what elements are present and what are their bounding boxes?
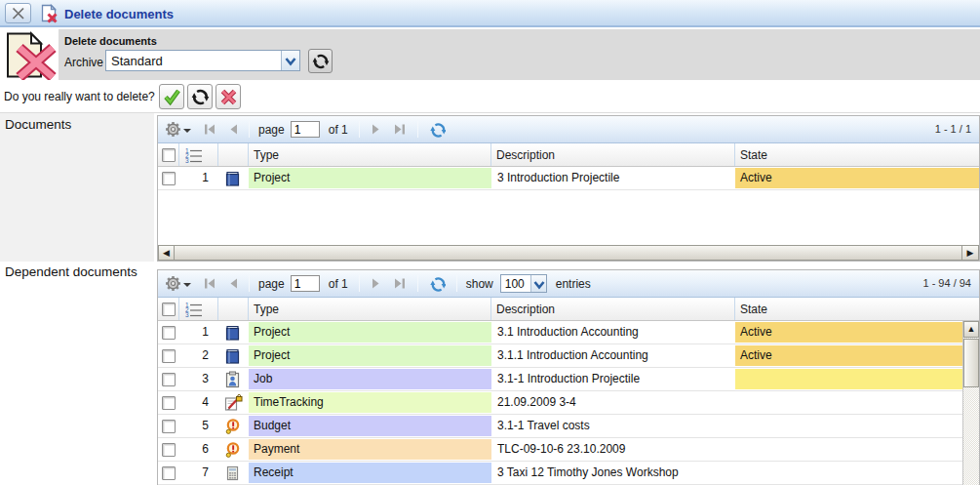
description-cell[interactable]: 3 Taxi 12 Timothy Jones Workshop [491,463,735,483]
description-cell[interactable]: 3.1-1 Introduction Projectile [491,369,735,389]
confirm-reset-button[interactable] [187,84,213,109]
state-column-header[interactable]: State [735,298,979,320]
icon-column-header[interactable] [218,143,249,166]
icon-column-header[interactable] [218,298,249,320]
description-cell[interactable]: 3.1.1 Introduction Accounting [491,345,735,366]
row-checkbox[interactable] [162,420,176,433]
description-cell[interactable]: 3.1-1 Travel costs [491,416,735,436]
grid-settings-button[interactable] [165,121,191,138]
confirm-no-button[interactable] [216,84,241,109]
table-row[interactable]: 3Job3.1-1 Introduction Projectile [158,368,979,391]
page-input[interactable] [291,121,320,138]
type-cell[interactable]: Receipt [249,463,491,483]
type-cell[interactable]: Project [249,345,491,366]
type-cell[interactable]: TimeTracking [249,392,491,413]
of-label: of 1 [329,277,348,291]
description-column-header[interactable]: Description [491,298,735,320]
type-column-header[interactable]: Type [249,143,491,166]
first-page-icon [203,277,216,290]
archive-select-button[interactable] [281,51,299,70]
first-page-button[interactable] [203,277,216,290]
prev-page-button[interactable] [228,123,238,136]
documents-grid-header: 1 2 3 Type Description State [158,143,979,167]
table-row[interactable]: 2Project3.1.1 Introduction AccountingAct… [158,344,979,368]
description-cell[interactable]: 3 Introduction Projectile [491,168,735,188]
table-row[interactable]: 1Project3.1 Introduction AccountingActiv… [158,321,979,344]
toolbar-separator [417,121,418,138]
row-number-column-header[interactable]: 1 2 3 [179,143,218,166]
select-all-checkbox[interactable] [162,148,176,162]
range-indicator: 1 - 1 / 1 [935,123,971,135]
entries-select[interactable]: 100 [500,274,547,293]
row-checkbox[interactable] [162,172,176,185]
close-button[interactable] [5,3,31,23]
row-checkbox[interactable] [162,466,176,480]
type-cell[interactable]: Job [249,369,491,389]
header-panel: Delete documents Archive Standard [0,29,980,80]
last-page-button[interactable] [393,123,407,136]
dependent-grid-toolbar: page of 1 [158,270,979,298]
row-checkbox[interactable] [162,349,176,363]
archive-select[interactable]: Standard [105,50,300,71]
archive-select-value: Standard [111,54,163,68]
vertical-scrollbar[interactable]: ▲ [962,321,979,485]
horizontal-scrollbar[interactable]: ◀ ▶ [158,245,979,261]
grid-refresh-button[interactable] [430,122,446,138]
table-row[interactable]: 5Budget3.1-1 Travel costs [158,415,979,438]
type-cell[interactable]: Project [249,322,491,343]
toolbar-separator [359,121,360,138]
confirm-row: Do you really want to delete? [0,80,980,112]
type-cell[interactable]: Payment [249,439,491,460]
archive-refresh-button[interactable] [308,49,333,73]
chevron-down-icon [533,280,545,290]
show-label: show [466,277,493,291]
scroll-right-button[interactable]: ▶ [962,245,979,261]
row-checkbox[interactable] [162,373,176,386]
prev-page-button[interactable] [228,277,238,290]
dependent-documents-section: Dependent documents [0,262,980,485]
scroll-left-button[interactable]: ◀ [158,245,175,261]
delete-documents-window: { "titlebar": { "title": "Delete documen… [0,0,980,485]
table-row[interactable]: 6PaymentTLC-09-10-6 23.10.2009 [158,438,979,462]
row-number: 1 [179,167,218,189]
table-row[interactable]: 4TimeTracking21.09.2009 3-4 [158,391,979,415]
type-cell[interactable]: Budget [249,416,491,436]
page-input[interactable] [291,275,320,292]
prev-page-icon [228,277,238,290]
description-cell[interactable]: 21.09.2009 3-4 [491,392,735,413]
state-cell: Active [735,322,979,343]
row-checkbox[interactable] [162,443,176,457]
row-number: 1 [179,321,218,344]
next-page-button[interactable] [372,277,381,290]
documents-rows: 1Project3 Introduction ProjectileActive [158,167,979,245]
last-page-button[interactable] [393,277,407,290]
documents-grid-toolbar: page of 1 [158,116,979,143]
numbered-list-icon: 1 2 3 [184,147,204,163]
description-cell[interactable]: 3.1 Introduction Accounting [491,322,735,343]
scroll-up-button[interactable]: ▲ [963,321,979,338]
state-cell [735,439,979,460]
description-cell[interactable]: TLC-09-10-6 23.10.2009 [491,439,735,460]
row-checkbox[interactable] [162,396,176,410]
select-all-checkbox[interactable] [162,303,176,316]
next-page-button[interactable] [372,123,381,136]
grid-settings-button[interactable] [165,275,191,292]
state-column-header[interactable]: State [735,143,979,166]
entries-select-button[interactable] [530,275,546,292]
description-column-header[interactable]: Description [491,143,735,166]
grid-refresh-button[interactable] [430,276,446,292]
row-number: 4 [179,391,218,414]
confirm-yes-button[interactable] [159,84,184,109]
row-checkbox[interactable] [162,326,176,340]
type-column-header[interactable]: Type [249,298,491,320]
type-cell[interactable]: Project [249,168,491,188]
row-number-column-header[interactable]: 1 2 3 [179,298,218,320]
scrollbar-thumb[interactable] [963,339,979,387]
scrollbar-thumb[interactable] [175,245,962,261]
documents-section: Documents [0,112,980,262]
first-page-button[interactable] [203,123,216,136]
table-row[interactable]: 1Project3 Introduction ProjectileActive [158,167,979,190]
entries-label: entries [556,277,591,291]
table-row[interactable]: 7Receipt3 Taxi 12 Timothy Jones Workshop [158,462,979,485]
svg-text:3: 3 [185,157,189,163]
